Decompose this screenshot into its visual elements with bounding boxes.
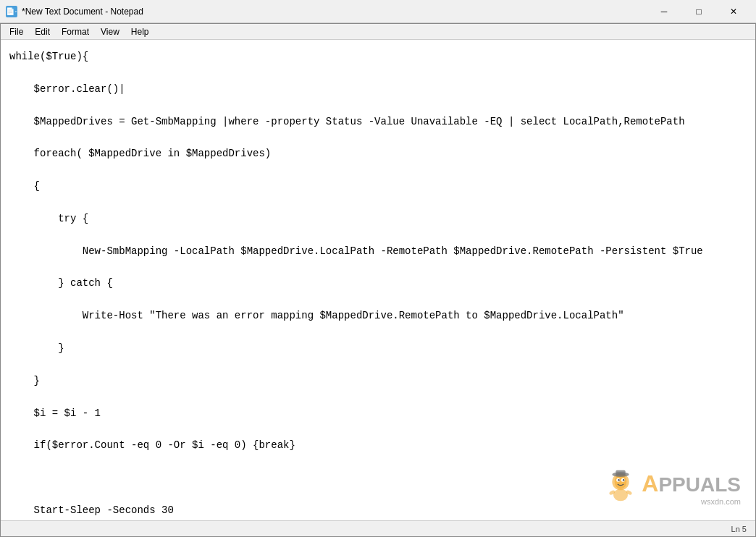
menu-format[interactable]: Format (56, 25, 95, 38)
window-title: *New Text Document - Notepad (22, 7, 643, 17)
title-bar: *New Text Document - Notepad ─ □ ✕ (0, 0, 756, 23)
cursor-position: Ln 5 (731, 525, 747, 533)
status-bar: Ln 5 (1, 520, 755, 536)
menu-file[interactable]: File (4, 25, 29, 38)
editor-content[interactable]: while($True){ $error.clear()| $MappedDri… (1, 46, 755, 520)
window-border: File Edit Format View Help while($True){… (0, 23, 756, 537)
minimize-button[interactable]: ─ (647, 3, 681, 20)
window-controls: ─ □ ✕ (647, 3, 750, 20)
menu-bar: File Edit Format View Help (1, 24, 755, 40)
close-button[interactable]: ✕ (717, 3, 750, 20)
maximize-button[interactable]: □ (682, 3, 715, 20)
menu-help[interactable]: Help (125, 25, 155, 38)
menu-edit[interactable]: Edit (29, 25, 56, 38)
editor-area[interactable]: while($True){ $error.clear()| $MappedDri… (1, 40, 755, 520)
app-icon (6, 6, 17, 17)
menu-view[interactable]: View (95, 25, 125, 38)
